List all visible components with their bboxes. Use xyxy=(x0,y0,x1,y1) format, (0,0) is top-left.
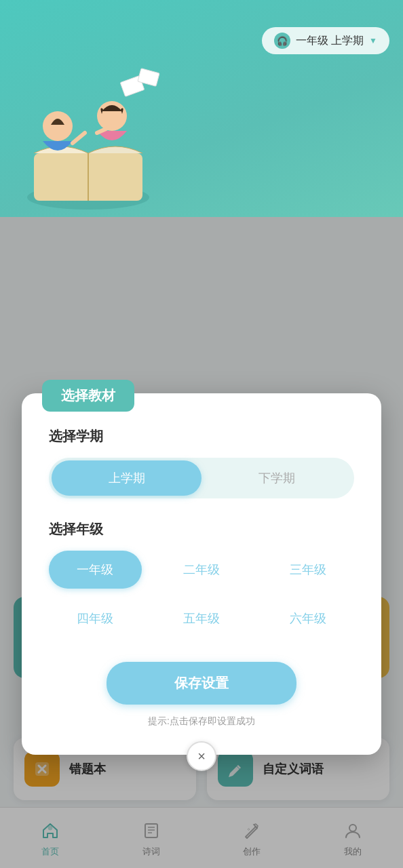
select-textbook-modal: 选择教材 选择学期 上学期 下学期 选择年级 一年级 二年级 三年级 四年级 五… xyxy=(22,393,381,755)
svg-point-3 xyxy=(43,111,73,141)
grade-btn-4[interactable]: 四年级 xyxy=(49,599,142,637)
grade-grid: 一年级 二年级 三年级 四年级 五年级 六年级 xyxy=(49,551,354,637)
semester-toggle: 上学期 下学期 xyxy=(49,458,354,498)
dropdown-arrow-icon: ▼ xyxy=(369,36,377,45)
modal-header-tag: 选择教材 xyxy=(42,380,134,412)
modal-body: 选择学期 上学期 下学期 选择年级 一年级 二年级 三年级 四年级 五年级 六年… xyxy=(22,393,381,728)
main-content: 🎧 错题本 自定义词语 xyxy=(0,217,403,868)
semester-btn-lower[interactable]: 下学期 xyxy=(202,460,351,496)
header-background: 🎧 一年级 上学期 ▼ xyxy=(0,0,403,217)
modal-backdrop: 选择教材 选择学期 上学期 下学期 选择年级 一年级 二年级 三年级 四年级 五… xyxy=(0,217,403,868)
children-illustration xyxy=(7,65,170,217)
headphone-icon: 🎧 xyxy=(274,33,290,49)
save-button[interactable]: 保存设置 xyxy=(107,662,296,705)
grade-btn-2[interactable]: 二年级 xyxy=(155,551,248,589)
grade-btn-6[interactable]: 六年级 xyxy=(261,599,354,637)
grade-selector[interactable]: 🎧 一年级 上学期 ▼ xyxy=(262,27,389,54)
hint-text: 提示:点击保存即设置成功 xyxy=(49,715,354,728)
semester-section-title: 选择学期 xyxy=(49,427,354,446)
grade-section-title: 选择年级 xyxy=(49,520,354,538)
grade-label: 一年级 上学期 xyxy=(296,34,364,48)
grade-btn-5[interactable]: 五年级 xyxy=(155,599,248,637)
grade-btn-3[interactable]: 三年级 xyxy=(261,551,354,589)
grade-btn-1[interactable]: 一年级 xyxy=(49,551,142,589)
svg-line-7 xyxy=(73,133,85,143)
close-button[interactable]: × xyxy=(187,741,216,771)
semester-btn-upper[interactable]: 上学期 xyxy=(52,460,202,496)
